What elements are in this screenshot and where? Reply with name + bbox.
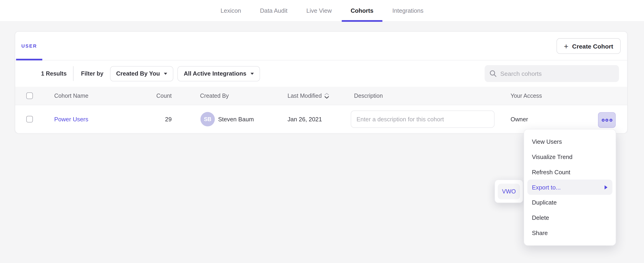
page: Lexicon Data Audit Live View Cohorts Int…	[0, 0, 644, 263]
app-viewport: Lexicon Data Audit Live View Cohorts Int…	[0, 0, 644, 263]
table-header: Cohort Name Count Created By Last Modifi…	[15, 87, 627, 105]
column-header-created-by: Created By	[200, 92, 229, 99]
menu-item-refresh-count[interactable]: Refresh Count	[524, 164, 616, 180]
column-header-description: Description	[354, 92, 383, 99]
nav-tab-data-audit[interactable]: Data Audit	[251, 0, 296, 21]
column-header-cohort-name: Cohort Name	[54, 92, 88, 99]
row-actions-button[interactable]	[598, 112, 616, 128]
create-cohort-label: Create Cohort	[572, 43, 613, 50]
three-dots-icon	[602, 119, 604, 121]
nav-tab-lexicon[interactable]: Lexicon	[212, 0, 250, 21]
access-level: Owner	[510, 116, 528, 122]
vertical-divider	[73, 66, 74, 81]
tab-user-label: USER	[21, 44, 37, 48]
last-modified-date: Jan 26, 2021	[288, 116, 322, 122]
cohort-name-link[interactable]: Power Users	[54, 116, 88, 122]
search-icon	[490, 70, 496, 77]
menu-item-delete[interactable]: Delete	[524, 210, 616, 225]
created-by-filter-value: Created By You	[116, 70, 160, 77]
column-header-last-modified[interactable]: Last Modified	[288, 92, 329, 99]
nav-tab-live-view[interactable]: Live View	[297, 0, 341, 21]
filter-by-label: Filter by	[81, 70, 104, 77]
created-by-name: Steven Baum	[218, 116, 254, 122]
created-by-filter-dropdown[interactable]: Created By You	[110, 66, 174, 81]
results-count: 1 Results	[41, 70, 67, 77]
search-input[interactable]	[500, 70, 614, 77]
column-header-your-access: Your Access	[510, 92, 542, 99]
sort-icon[interactable]	[324, 93, 329, 99]
top-navigation: Lexicon Data Audit Live View Cohorts Int…	[0, 0, 644, 22]
filter-toolbar: 1 Results Filter by Created By You All A…	[15, 60, 627, 87]
integrations-filter-value: All Active Integrations	[184, 70, 246, 77]
active-user-tab-underline	[16, 59, 42, 60]
cohort-count: 29	[138, 116, 172, 122]
row-actions-menu: View Users Visualize Trend Refresh Count…	[524, 129, 616, 246]
menu-item-share[interactable]: Share	[524, 225, 616, 240]
three-dots-icon	[606, 119, 608, 121]
menu-item-export-to-label: Export to...	[532, 184, 561, 190]
menu-item-export-to[interactable]: Export to...	[527, 180, 612, 195]
nav-tab-cohorts-label: Cohorts	[351, 8, 374, 14]
chevron-down-icon	[164, 73, 167, 75]
create-cohort-button[interactable]: + Create Cohort	[556, 38, 621, 54]
plus-icon: +	[564, 42, 568, 50]
column-header-last-modified-label: Last Modified	[288, 92, 322, 99]
active-tab-underline	[342, 20, 382, 22]
chevron-down-icon	[250, 73, 254, 75]
search-cohorts-box[interactable]	[484, 65, 619, 82]
avatar: SB	[200, 112, 215, 126]
nav-tab-cohorts[interactable]: Cohorts	[342, 0, 382, 21]
cohorts-panel: USER + Create Cohort 1 Results Filter by…	[15, 31, 628, 133]
three-dots-icon	[609, 119, 612, 121]
description-input[interactable]	[351, 110, 494, 128]
menu-item-view-users[interactable]: View Users	[524, 134, 616, 149]
integrations-filter-dropdown[interactable]: All Active Integrations	[178, 66, 260, 81]
export-submenu: VWO	[494, 180, 523, 203]
select-all-checkbox[interactable]	[26, 92, 33, 99]
menu-item-visualize-trend[interactable]: Visualize Trend	[524, 149, 616, 164]
submenu-arrow-icon	[604, 185, 607, 189]
nav-tabs: Lexicon Data Audit Live View Cohorts Int…	[0, 0, 644, 21]
tab-user[interactable]: USER	[16, 32, 42, 60]
menu-item-duplicate[interactable]: Duplicate	[524, 195, 616, 210]
panel-header: USER + Create Cohort	[15, 32, 627, 60]
submenu-item-vwo[interactable]: VWO	[498, 183, 520, 199]
row-checkbox[interactable]	[26, 116, 33, 122]
column-header-count: Count	[138, 92, 172, 99]
nav-tab-integrations[interactable]: Integrations	[383, 0, 432, 21]
